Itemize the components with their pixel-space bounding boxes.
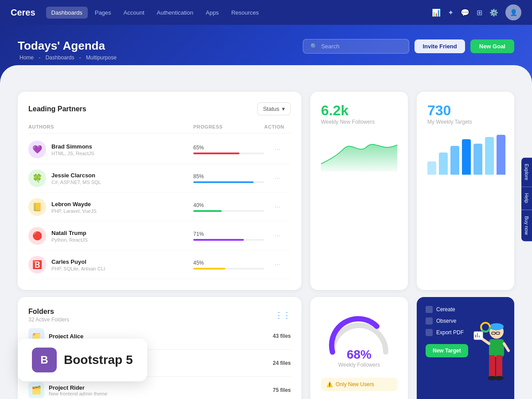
header-actions: 🔍 Invite Friend New Goal [303,39,514,54]
search-box[interactable]: 🔍 [303,39,409,54]
side-tab-explore[interactable]: Explore [521,157,532,187]
bootstrap-logo: B [32,348,57,372]
col-progress: PROGRESS [193,124,264,129]
action-menu[interactable]: ··· [264,145,291,153]
folder-desc: New frontend admin theme [49,391,107,396]
bar [450,146,459,175]
bar-item [485,137,494,175]
progress-fill [193,181,254,183]
progress-area: 40% [193,202,264,212]
progress-area: 71% [193,231,264,241]
progress-bar [193,268,264,270]
bar-chart-icon[interactable]: 📊 [432,8,441,17]
bar [485,137,494,175]
partner-name: Lebron Wayde [51,201,97,207]
partner-info: 📒 Lebron Wayde PHP, Laravel, VueJS [28,198,193,216]
progress-pct: 65% [193,145,264,151]
nav-link-pages[interactable]: Pages [90,7,117,19]
promo-item-label: Observe [436,318,456,324]
promo-item-icon [426,329,433,336]
grid-icon[interactable]: ⊞ [477,8,482,17]
user-avatar[interactable]: 👤 [505,4,521,20]
action-menu[interactable]: ··· [264,232,291,240]
avatar: 📒 [28,198,46,216]
nav-right: 📊 ✦ 💬 ⊞ ⚙️ 👤 [432,4,521,20]
folder-files: 24 files [273,360,291,366]
followers-chart [321,130,397,175]
partner-name: Carles Puyol [51,258,105,265]
progress-area: 65% [193,145,264,154]
col-action: ACTION [264,124,291,129]
status-dropdown[interactable]: Status ▾ [257,102,291,115]
breadcrumb-dashboards[interactable]: Dashboards [46,55,74,61]
search-input[interactable] [321,43,402,50]
progress-bar [193,210,264,212]
bar [473,144,482,175]
only-new-badge: ⚠️ Only New Users [321,378,397,391]
sparkle-icon[interactable]: ✦ [448,8,454,17]
side-tabs: Explore Help Buy now [521,157,532,241]
progress-pct: 45% [193,260,264,266]
nav-link-resources[interactable]: Resources [226,7,264,19]
side-tab-help[interactable]: Help [521,187,532,210]
new-target-button[interactable]: New Target [426,344,468,357]
nav-link-authentication[interactable]: Authentication [152,7,199,19]
partner-tech: PHP, SQLite, Artisan CLI [51,266,105,271]
action-menu[interactable]: ··· [264,174,291,182]
targets-card: 730 My Weekly Targets [417,92,514,290]
breadcrumb: Home - Dashboards - Multipurpose [18,55,514,61]
bar-item [450,146,459,175]
new-goal-button[interactable]: New Goal [470,39,514,53]
chevron-down-icon: ▾ [282,106,285,112]
nav-link-dashboards[interactable]: Dashboards [46,7,88,19]
followers-count: 6.2k [321,102,397,119]
partner-name: Natali Trump [51,230,88,236]
figure-pants-left [489,355,495,377]
progress-bar [193,153,264,154]
status-label: Status [263,106,279,112]
folders-title: Folders [28,308,69,316]
bar-item [497,135,505,175]
search-icon: 🔍 [310,43,317,50]
gauge-card: 68% Weekly Followers ⚠️ Only New Users [310,297,408,399]
invite-friend-button[interactable]: Invite Friend [415,39,465,53]
lp-title: Leading Partners [28,105,86,113]
partner-info: 🔴 Natali Trump Python, ReactJS [28,227,193,245]
table-row: 🍀 Jessie Clarcson C#, ASP.NET, MS SQL 85… [28,164,291,193]
promo-item: Export PDF [426,329,505,336]
bootstrap-banner: B Bootstrap 5 [18,339,147,381]
bar [462,139,471,175]
bar [497,135,505,175]
nav-link-account[interactable]: Account [118,7,150,19]
partner-info: 🍀 Jessie Clarcson C#, ASP.NET, MS SQL [28,169,193,187]
table-row: 💜 Brad Simmons HTML, JS, ReactJS 65% ··· [28,135,291,164]
breadcrumb-home[interactable]: Home [20,55,34,61]
more-options-icon[interactable]: ⋮⋮ [275,310,291,320]
progress-bar [193,239,264,241]
promo-item: Observe [426,317,505,325]
targets-label: My Weekly Targets [427,119,504,125]
progress-fill [193,153,239,154]
warning-icon: ⚠️ [326,381,333,387]
partner-tech: C#, ASP.NET, MS SQL [51,180,101,185]
nav-links: Dashboards Pages Account Authentication … [46,7,264,19]
partner-tech: PHP, Laravel, VueJS [51,208,97,214]
area-chart [321,130,397,175]
action-menu[interactable]: ··· [264,261,291,269]
folders-subtitle: 32 Active Folders [28,317,69,323]
partner-info: 💜 Brad Simmons HTML, JS, ReactJS [28,141,193,158]
settings-icon[interactable]: ⚙️ [489,8,498,17]
nav-link-apps[interactable]: Apps [200,7,224,19]
avatar: 🔴 [28,227,46,245]
message-icon[interactable]: 💬 [461,8,469,17]
table-row: 📒 Lebron Wayde PHP, Laravel, VueJS 40% ·… [28,193,291,222]
bar-item [473,144,482,175]
only-new-text: Only New Users [336,381,374,387]
partner-tech: HTML, JS, ReactJS [51,151,94,156]
followers-card: 6.2k Weekly New Followers [310,92,408,290]
gauge-label: Weekly Followers [321,362,397,368]
bar [427,161,436,175]
side-tab-buy-now[interactable]: Buy now [521,210,532,241]
action-menu[interactable]: ··· [264,203,291,211]
followers-label: Weekly New Followers [321,119,397,125]
